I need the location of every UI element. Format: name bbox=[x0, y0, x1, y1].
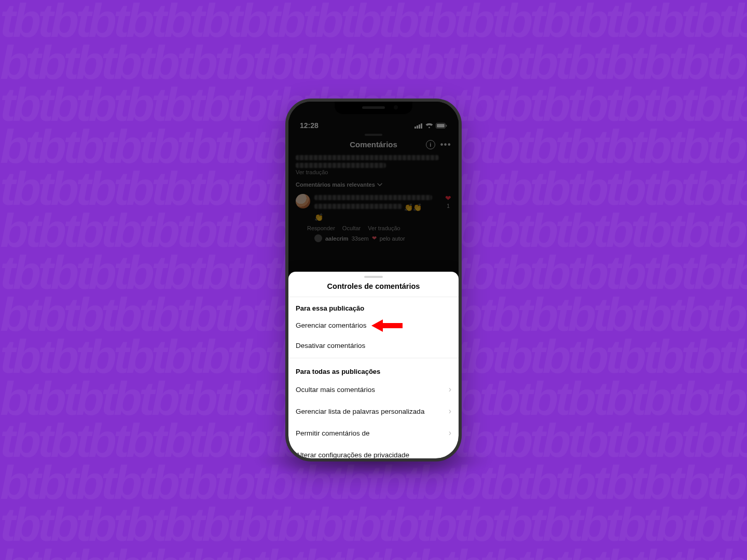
reply-preview[interactable]: aalecrim 33sem ❤ pelo autor bbox=[288, 233, 459, 242]
svg-rect-1 bbox=[417, 125, 418, 129]
item-label: Gerenciar comentários bbox=[296, 321, 367, 329]
annotation-arrow-icon bbox=[371, 318, 403, 333]
item-label: Ocultar mais comentários bbox=[296, 386, 375, 394]
info-icon[interactable]: i bbox=[426, 140, 435, 149]
manage-word-list-item[interactable]: Gerenciar lista de palavras personalizad… bbox=[288, 400, 459, 422]
post-caption: Ver tradução bbox=[288, 155, 459, 175]
change-privacy-settings-item[interactable]: Alterar configurações de privacidade › bbox=[288, 444, 459, 458]
chevron-right-icon: › bbox=[449, 428, 451, 438]
inner-sheet-handle bbox=[365, 134, 382, 136]
like-count: 1 bbox=[447, 203, 450, 209]
translate-link[interactable]: Ver tradução bbox=[296, 169, 451, 175]
phone-screen: 12:28 Comentários i ••• bbox=[288, 102, 459, 458]
manage-comments-item[interactable]: Gerenciar comentários bbox=[288, 315, 459, 335]
phone-notch bbox=[335, 102, 412, 114]
status-bar: 12:28 bbox=[288, 120, 459, 131]
sheet-handle[interactable] bbox=[364, 276, 383, 278]
chevron-right-icon: › bbox=[449, 407, 451, 416]
hide-link[interactable]: Ocultar bbox=[342, 225, 361, 231]
translate-link[interactable]: Ver tradução bbox=[368, 225, 400, 231]
comments-sort[interactable]: Comentários mais relevantes bbox=[288, 175, 459, 191]
avatar bbox=[314, 234, 322, 242]
section-this-post: Para essa publicação bbox=[288, 297, 459, 315]
item-label: Desativar comentários bbox=[296, 342, 365, 349]
stage: tbtbtbtbtbtbtbtbtbtbtbtbtbtbtbtbtbtbtbtb… bbox=[0, 0, 747, 560]
comment-row: 👏👏 👏 ❤ 1 bbox=[288, 191, 459, 222]
item-label: Alterar configurações de privacidade bbox=[296, 451, 409, 459]
allow-comments-from-item[interactable]: Permitir comentários de › bbox=[288, 422, 459, 444]
reply-meta: 33sem bbox=[352, 235, 369, 242]
comment-controls-sheet: Controles de comentários Para essa publi… bbox=[288, 272, 459, 458]
comments-header: Comentários i ••• bbox=[288, 138, 459, 154]
battery-icon bbox=[436, 123, 447, 129]
phone-mockup: 12:28 Comentários i ••• bbox=[285, 99, 462, 461]
clap-emoji-icon: 👏👏 bbox=[404, 203, 422, 212]
svg-marker-7 bbox=[371, 319, 403, 332]
wifi-icon bbox=[425, 123, 433, 129]
comments-sort-label: Comentários mais relevantes bbox=[296, 181, 375, 188]
hide-more-comments-item[interactable]: Ocultar mais comentários › bbox=[288, 379, 459, 400]
phone-body: 12:28 Comentários i ••• bbox=[285, 99, 462, 461]
status-right-icons bbox=[414, 123, 447, 129]
item-label: Permitir comentários de bbox=[296, 429, 370, 437]
clap-emoji-icon: 👏 bbox=[314, 213, 323, 221]
status-time: 12:28 bbox=[300, 121, 319, 130]
reply-link[interactable]: Responder bbox=[307, 225, 335, 231]
svg-rect-6 bbox=[446, 124, 447, 127]
section-all-posts: Para todas as publicações bbox=[288, 360, 459, 379]
reply-username: aalecrim bbox=[325, 235, 349, 242]
svg-rect-0 bbox=[414, 127, 416, 129]
reply-pelo-autor: pelo autor bbox=[380, 235, 405, 242]
more-icon[interactable]: ••• bbox=[440, 140, 451, 149]
disable-comments-item[interactable]: Desativar comentários bbox=[288, 335, 459, 356]
comment-actions: Responder Ocultar Ver tradução bbox=[288, 222, 459, 233]
cellular-icon bbox=[414, 123, 423, 129]
item-label: Gerenciar lista de palavras personalizad… bbox=[296, 408, 424, 415]
comments-header-title: Comentários bbox=[350, 140, 397, 149]
sheet-title: Controles de comentários bbox=[288, 280, 459, 297]
avatar[interactable] bbox=[296, 194, 310, 208]
heart-icon[interactable]: ❤ bbox=[445, 194, 451, 202]
chevron-down-icon bbox=[377, 182, 382, 187]
svg-rect-2 bbox=[419, 124, 420, 129]
svg-rect-3 bbox=[421, 123, 422, 129]
svg-rect-5 bbox=[437, 124, 445, 128]
chevron-right-icon: › bbox=[449, 385, 451, 394]
divider bbox=[288, 358, 459, 358]
heart-icon: ❤ bbox=[372, 235, 377, 242]
